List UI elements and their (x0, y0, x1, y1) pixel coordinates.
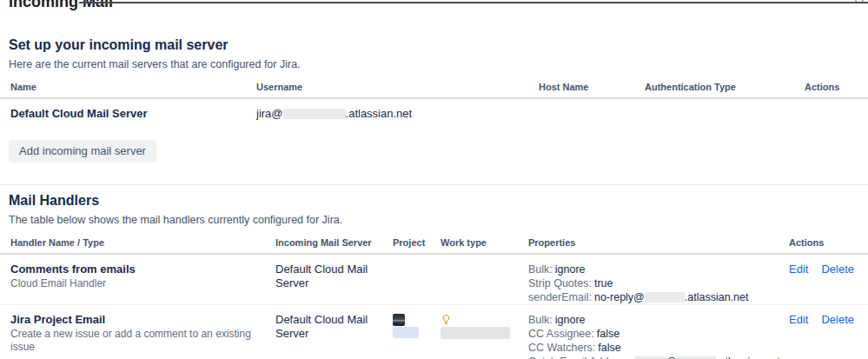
redacted-text (441, 327, 510, 339)
column-header-actions: Actions (789, 232, 868, 253)
handler-mail-server: Default Cloud Mail Server (275, 305, 393, 359)
column-header-host-name: Host Name (539, 76, 645, 97)
edit-link[interactable]: Edit (789, 263, 808, 304)
column-header-work-type: Work type (441, 232, 528, 253)
section-heading-incoming-mail: Set up your incoming mail server (9, 37, 868, 53)
redacted-text (393, 327, 419, 338)
redacted-text (645, 292, 685, 302)
handler-project-cell (393, 255, 441, 304)
property-line: CC Watchers:false (528, 341, 782, 355)
mail-server-authentication-type (645, 99, 805, 133)
property-label: CC Assignee: (528, 328, 594, 340)
column-header-name: Name (0, 76, 256, 97)
property-line: Bulk:ignore (528, 313, 782, 327)
column-header-username: Username (256, 76, 539, 97)
handler-name-type-cell: Comments from emails Cloud Email Handler (0, 255, 275, 304)
column-header-authentication-type: Authentication Type (645, 76, 805, 97)
table-row: Comments from emails Cloud Email Handler… (0, 255, 868, 305)
property-value-suffix: .atlassian.net (685, 291, 749, 303)
delete-link[interactable]: Delete (821, 263, 854, 304)
property-label: CC Watchers: (528, 342, 595, 354)
property-line: senderEmail:no-reply@.atlassian.net (528, 290, 782, 304)
project-avatar (393, 314, 405, 326)
mail-server-name: Default Cloud Mail Server (0, 99, 256, 133)
handler-work-type-cell (441, 305, 528, 359)
username-prefix: jira@ (256, 107, 283, 120)
incoming-mail-server-section: Set up your incoming mail server Here ar… (0, 37, 868, 163)
lightbulb-icon (441, 314, 452, 325)
property-line: CC Assignee:false (528, 327, 782, 341)
property-value: no-reply@ (594, 291, 645, 303)
main-content: Set up your incoming mail server Here ar… (0, 0, 868, 359)
mail-server-host-name (539, 99, 645, 133)
incoming-mail-description: Here are the current mail servers that a… (9, 58, 868, 71)
handler-properties-cell: Bulk:ignore Strip Quotes:true senderEmai… (528, 255, 789, 304)
handler-actions-cell: Edit Delete (789, 255, 868, 304)
property-label: Bulk: (528, 263, 553, 276)
property-value-suffix: .atlassian.net (716, 356, 780, 359)
mail-servers-table-header: Name Username Host Name Authentication T… (0, 76, 868, 99)
property-value: @ (666, 356, 678, 359)
handler-mail-server: Default Cloud Mail Server (275, 255, 393, 304)
column-header-properties: Properties (528, 232, 789, 253)
handler-type: Create a new issue or add a comment to a… (10, 328, 268, 354)
mail-server-actions (805, 99, 868, 133)
column-header-incoming-mail-server: Incoming Mail Server (275, 232, 393, 253)
edit-link[interactable]: Edit (789, 313, 808, 359)
handler-name-type-cell: Jira Project Email Create a new issue or… (0, 305, 275, 359)
column-header-handler-name-type: Handler Name / Type (0, 232, 275, 253)
handler-name: Comments from emails (10, 263, 268, 276)
table-row: Default Cloud Mail Server jira@.atlassia… (0, 99, 868, 133)
table-row: Jira Project Email Create a new issue or… (0, 305, 868, 359)
mail-handlers-table-header: Handler Name / Type Incoming Mail Server… (0, 232, 868, 255)
redacted-text (283, 109, 346, 119)
property-value: true (594, 277, 613, 289)
handler-properties-cell: Bulk:ignore CC Assignee:false CC Watcher… (528, 305, 789, 359)
delete-link[interactable]: Delete (821, 313, 854, 359)
mail-server-username: jira@.atlassian.net (256, 99, 539, 133)
section-divider (0, 184, 868, 185)
property-value: ignore (555, 263, 586, 276)
property-label: Bulk: (528, 314, 553, 326)
handler-actions-cell: Edit Delete (789, 305, 868, 359)
handler-project-cell (393, 305, 441, 359)
property-label: Catch Email Address: (528, 356, 633, 359)
handler-type: Cloud Email Handler (10, 277, 268, 290)
column-header-project: Project (393, 232, 441, 253)
property-line: Strip Quotes:true (528, 276, 782, 290)
add-incoming-mail-server-button[interactable]: Add incoming mail server (9, 140, 156, 163)
property-value: false (597, 328, 620, 340)
mail-handlers-description: The table below shows the mail handlers … (9, 214, 868, 227)
section-heading-mail-handlers: Mail Handlers (9, 192, 868, 209)
handler-name: Jira Project Email (10, 313, 268, 327)
property-line: Catch Email Address:@.atlassian.net (528, 355, 782, 359)
property-label: senderEmail: (528, 291, 592, 303)
column-header-actions: Actions (805, 76, 868, 97)
username-suffix: .atlassian.net (346, 107, 413, 120)
property-value: ignore (555, 314, 586, 326)
handler-work-type-cell (441, 255, 528, 304)
property-line: Bulk:ignore (528, 263, 782, 276)
property-value: false (598, 342, 620, 354)
mail-handlers-section: Mail Handlers The table below shows the … (0, 192, 868, 359)
property-label: Strip Quotes: (528, 277, 592, 289)
